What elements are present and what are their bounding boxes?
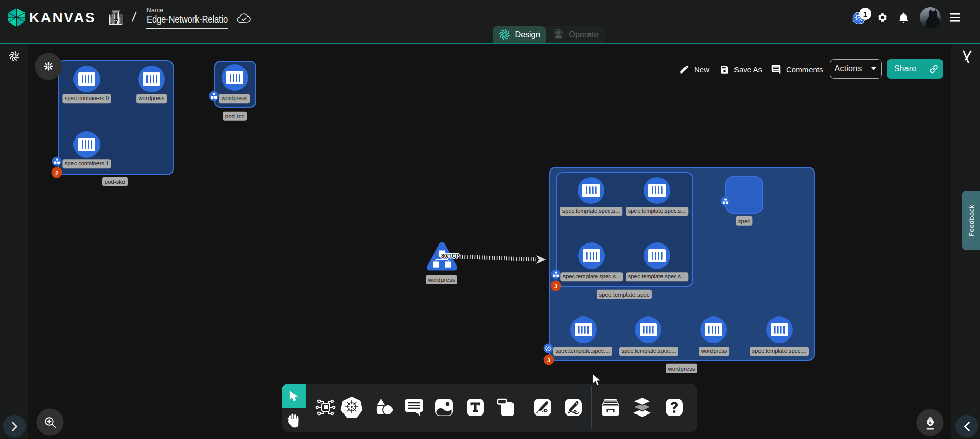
tool-select-cursor[interactable] <box>282 384 306 408</box>
node-label-spec: spec <box>736 216 752 226</box>
tool-pen[interactable] <box>533 398 552 417</box>
error-count-badge[interactable]: 3 <box>544 355 554 365</box>
tool-shapes[interactable] <box>374 397 395 418</box>
pen-mode-button[interactable] <box>917 409 944 436</box>
pod-badge-icon[interactable] <box>721 197 730 206</box>
dock-divider <box>369 386 369 429</box>
node-label: spec.template.spec.... <box>750 347 809 356</box>
pod-badge-icon[interactable] <box>209 91 219 101</box>
node-template-container-0[interactable] <box>578 177 604 204</box>
yaml-toggle-icon[interactable] <box>962 50 973 63</box>
node-spec-containers-0[interactable] <box>74 66 100 92</box>
node-spec-containers-1[interactable] <box>74 131 100 158</box>
node-deploy-container-1[interactable] <box>635 316 662 343</box>
design-canvas[interactable]: New Save As Comments Actions Share <box>0 0 980 439</box>
actions-caret[interactable] <box>866 67 881 71</box>
tab-operate[interactable]: Operate <box>546 26 605 43</box>
tool-help[interactable] <box>665 398 684 417</box>
kubernetes-tool-icon <box>340 397 363 418</box>
node-label: wordpress <box>219 94 250 103</box>
feedback-label: Feedback <box>968 205 975 237</box>
caret-down-icon <box>871 67 877 71</box>
tool-comment[interactable] <box>404 397 424 418</box>
node-label: spec.template.spec.s... <box>626 207 688 216</box>
kubernetes-quick-button[interactable] <box>35 53 62 80</box>
design-tab-icon <box>499 29 510 40</box>
design-name-input[interactable]: Edge-Network-Relatio <box>146 14 228 26</box>
kubernetes-context-count-badge[interactable]: 1 <box>859 8 871 20</box>
header-accent-line <box>0 43 980 44</box>
layers-icon <box>631 397 653 418</box>
notifications-bell-icon[interactable] <box>898 12 909 23</box>
new-design-button[interactable]: New <box>679 60 709 79</box>
tool-pan-hand[interactable] <box>282 408 306 432</box>
node-label: wordpress <box>136 94 167 103</box>
frame-tool-icon <box>496 397 516 418</box>
app-header: KANVAS / Name Edge-Network-Relatio <box>0 0 980 43</box>
zoom-button[interactable] <box>37 409 64 436</box>
operate-tab-icon <box>553 29 565 40</box>
chevron-right-icon <box>11 421 18 431</box>
container-icon <box>705 323 722 336</box>
tool-image[interactable] <box>434 397 454 418</box>
pod-badge-icon[interactable] <box>52 157 62 166</box>
container-icon <box>648 249 666 262</box>
pod-badge-icon[interactable] <box>551 270 561 279</box>
node-template-container-1[interactable] <box>644 177 670 204</box>
group-label-pod-skd: pod-skd <box>102 177 128 186</box>
user-avatar[interactable] <box>920 7 941 28</box>
expand-left-panel-button[interactable] <box>3 415 26 438</box>
node-template-container-3[interactable] <box>644 242 670 269</box>
copy-link-icon <box>929 64 939 74</box>
feedback-tab[interactable]: Feedback <box>962 191 980 250</box>
group-spec-template-spec[interactable] <box>556 172 693 287</box>
dock-divider <box>591 386 592 429</box>
tab-design[interactable]: Design <box>493 26 546 43</box>
node-wordpress-rcc[interactable] <box>222 64 248 91</box>
new-label: New <box>694 65 709 74</box>
kanvas-logo-icon[interactable] <box>7 7 26 28</box>
service-edge[interactable] <box>456 252 547 265</box>
pod-glyph <box>553 272 559 277</box>
share-link-segment[interactable] <box>924 64 943 74</box>
deployment-badge-icon[interactable] <box>544 344 553 353</box>
tool-text[interactable] <box>465 397 485 418</box>
node-deploy-wordpress[interactable] <box>700 316 727 343</box>
node-deploy-container-3[interactable] <box>766 316 793 343</box>
brand-name[interactable]: KANVAS <box>29 10 96 26</box>
collapse-right-panel-button[interactable] <box>955 415 978 438</box>
node-wordpress-skd[interactable] <box>138 66 165 92</box>
comments-button[interactable]: Comments <box>771 60 823 79</box>
error-count-badge[interactable]: 2 <box>52 167 62 178</box>
node-deploy-container-0[interactable] <box>570 316 597 343</box>
container-icon <box>78 138 95 151</box>
service-node-label: wordpress <box>426 275 457 284</box>
tool-drawer[interactable] <box>600 397 621 418</box>
menu-hamburger-icon[interactable] <box>950 13 960 22</box>
actions-button[interactable]: Actions <box>830 59 882 79</box>
node-template-container-2[interactable] <box>578 242 605 269</box>
settings-gear-icon[interactable] <box>877 12 888 23</box>
group-label-spec-template-spec: spec.template.spec <box>597 290 652 299</box>
share-button[interactable]: Share <box>887 59 943 79</box>
operate-tab-label: Operate <box>569 30 599 39</box>
group-label-wordpress: wordpress <box>666 364 697 373</box>
tool-freehand[interactable] <box>564 398 583 417</box>
tool-frame[interactable] <box>496 397 516 418</box>
text-tool-icon <box>465 397 485 418</box>
node-spec[interactable] <box>725 176 763 214</box>
pod-glyph <box>54 159 60 164</box>
container-icon <box>648 184 666 197</box>
comments-icon <box>771 64 781 75</box>
organization-icon[interactable] <box>108 10 124 26</box>
tool-layers[interactable] <box>631 397 653 418</box>
design-name-label: Name <box>146 7 163 14</box>
cursor-tool-icon <box>288 390 300 402</box>
save-as-button[interactable]: Save As <box>720 60 762 79</box>
container-icon <box>582 184 600 197</box>
tool-kubernetes[interactable] <box>340 397 363 418</box>
hand-tool-icon <box>287 412 301 428</box>
tool-components[interactable] <box>315 397 336 418</box>
error-count-badge[interactable]: 3 <box>551 281 561 291</box>
pen-nib-icon <box>923 416 937 430</box>
